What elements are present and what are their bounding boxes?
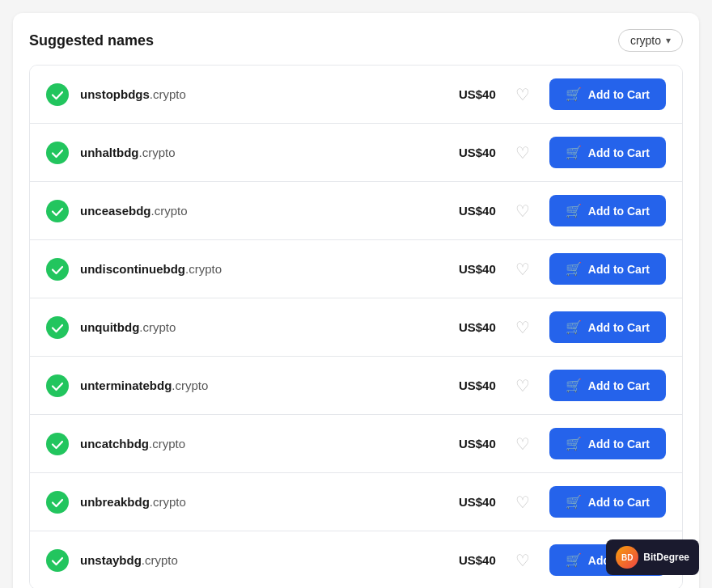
domain-price: US$40 bbox=[447, 320, 496, 334]
check-icon bbox=[46, 258, 69, 281]
svg-point-5 bbox=[46, 374, 69, 397]
domain-row: unquitbdg.crypto US$40♡ 🛒 Add to Cart bbox=[30, 298, 682, 357]
wishlist-icon[interactable]: ♡ bbox=[515, 434, 530, 454]
check-icon bbox=[46, 83, 69, 106]
svg-point-0 bbox=[46, 83, 69, 106]
domain-name: unceasebdg.crypto bbox=[80, 204, 436, 218]
domain-price: US$40 bbox=[447, 204, 496, 218]
domain-base: unceasebdg bbox=[80, 204, 151, 218]
section-title: Suggested names bbox=[29, 32, 154, 49]
wishlist-icon[interactable]: ♡ bbox=[515, 85, 530, 104]
bitdegree-logo: BD bbox=[616, 546, 638, 569]
domain-price: US$40 bbox=[447, 437, 496, 451]
wishlist-icon[interactable]: ♡ bbox=[515, 318, 530, 337]
cart-icon: 🛒 bbox=[566, 145, 582, 160]
domain-price: US$40 bbox=[447, 553, 496, 567]
add-to-cart-label: Add to Cart bbox=[588, 205, 650, 218]
domain-row: unstaybdg.crypto US$40♡ 🛒 Add to Cart bbox=[30, 531, 682, 588]
domain-tld: .crypto bbox=[151, 204, 188, 218]
add-to-cart-label: Add to Cart bbox=[588, 88, 650, 101]
filter-label: crypto bbox=[630, 34, 661, 47]
domain-tld: .crypto bbox=[149, 437, 185, 451]
domain-name: unstaybdg.crypto bbox=[80, 553, 436, 567]
domain-name: undiscontinuebdg.crypto bbox=[80, 262, 436, 276]
wishlist-icon[interactable]: ♡ bbox=[515, 551, 530, 570]
domain-base: unstopbdgs bbox=[80, 87, 150, 101]
bitdegree-label: BitDegree bbox=[643, 552, 689, 563]
svg-point-6 bbox=[46, 433, 69, 455]
wishlist-icon[interactable]: ♡ bbox=[515, 493, 530, 512]
domain-base: unstaybdg bbox=[80, 553, 142, 567]
svg-point-7 bbox=[46, 491, 69, 514]
domain-base: unquitbdg bbox=[80, 320, 139, 334]
domain-price: US$40 bbox=[447, 262, 496, 276]
domain-row: unbreakbdg.crypto US$40♡ 🛒 Add to Cart bbox=[30, 473, 682, 531]
domain-price: US$40 bbox=[447, 379, 496, 392]
domain-tld: .crypto bbox=[138, 146, 175, 159]
add-to-cart-button[interactable]: 🛒 Add to Cart bbox=[549, 195, 666, 226]
bitdegree-badge: BD BitDegree bbox=[606, 539, 699, 575]
add-to-cart-button[interactable]: 🛒 Add to Cart bbox=[549, 78, 666, 110]
domain-row: unhaltbdg.crypto US$40♡ 🛒 Add to Cart bbox=[30, 124, 682, 182]
check-icon bbox=[46, 433, 69, 455]
add-to-cart-label: Add to Cart bbox=[588, 146, 650, 159]
domain-price: US$40 bbox=[447, 87, 496, 101]
cart-icon: 🛒 bbox=[566, 261, 582, 277]
main-container: Suggested names crypto ▾ unstopbdgs.cryp… bbox=[13, 13, 699, 588]
domain-row: unceasebdg.crypto US$40♡ 🛒 Add to Cart bbox=[30, 182, 682, 240]
domain-base: unbreakbdg bbox=[80, 495, 150, 509]
wishlist-icon[interactable]: ♡ bbox=[515, 376, 530, 396]
cart-icon: 🛒 bbox=[566, 494, 582, 510]
filter-dropdown[interactable]: crypto ▾ bbox=[618, 29, 683, 52]
wishlist-icon[interactable]: ♡ bbox=[515, 260, 530, 279]
check-icon bbox=[46, 316, 69, 339]
domain-row: uncatchbdg.crypto US$40♡ 🛒 Add to Cart bbox=[30, 415, 682, 473]
add-to-cart-button[interactable]: 🛒 Add to Cart bbox=[549, 428, 666, 459]
svg-point-1 bbox=[46, 142, 69, 164]
add-to-cart-button[interactable]: 🛒 Add to Cart bbox=[549, 486, 666, 518]
section-header: Suggested names crypto ▾ bbox=[29, 29, 683, 52]
wishlist-icon[interactable]: ♡ bbox=[515, 201, 530, 221]
domain-tld: .crypto bbox=[185, 262, 222, 276]
cart-icon: 🛒 bbox=[566, 203, 582, 218]
add-to-cart-button[interactable]: 🛒 Add to Cart bbox=[549, 253, 666, 285]
domain-tld: .crypto bbox=[142, 553, 178, 567]
check-icon bbox=[46, 549, 69, 572]
check-icon bbox=[46, 374, 69, 397]
svg-point-8 bbox=[46, 549, 69, 572]
check-icon bbox=[46, 200, 69, 222]
add-to-cart-label: Add to Cart bbox=[588, 496, 650, 509]
add-to-cart-label: Add to Cart bbox=[588, 379, 650, 392]
domain-base: unhaltbdg bbox=[80, 146, 138, 159]
domain-tld: .crypto bbox=[172, 379, 208, 392]
add-to-cart-button[interactable]: 🛒 Add to Cart bbox=[549, 370, 666, 401]
domain-name: unterminatebdg.crypto bbox=[80, 379, 436, 392]
domain-name: unstopbdgs.crypto bbox=[80, 87, 436, 101]
add-to-cart-label: Add to Cart bbox=[588, 438, 650, 451]
domain-tld: .crypto bbox=[139, 320, 176, 334]
domain-row: undiscontinuebdg.crypto US$40♡ 🛒 Add to … bbox=[30, 240, 682, 298]
domain-base: uncatchbdg bbox=[80, 437, 149, 451]
wishlist-icon[interactable]: ♡ bbox=[515, 143, 530, 163]
domain-price: US$40 bbox=[447, 146, 496, 159]
svg-point-2 bbox=[46, 200, 69, 222]
domain-row: unterminatebdg.crypto US$40♡ 🛒 Add to Ca… bbox=[30, 357, 682, 415]
domain-name: unhaltbdg.crypto bbox=[80, 146, 436, 159]
svg-point-3 bbox=[46, 258, 69, 281]
domain-name: unquitbdg.crypto bbox=[80, 320, 436, 334]
domain-name: uncatchbdg.crypto bbox=[80, 437, 436, 451]
svg-point-4 bbox=[46, 316, 69, 339]
add-to-cart-button[interactable]: 🛒 Add to Cart bbox=[549, 137, 666, 168]
check-icon bbox=[46, 142, 69, 164]
cart-icon: 🛒 bbox=[566, 87, 582, 102]
domain-row: unstopbdgs.crypto US$40♡ 🛒 Add to Cart bbox=[30, 66, 682, 124]
add-to-cart-label: Add to Cart bbox=[588, 321, 650, 334]
add-to-cart-button[interactable]: 🛒 Add to Cart bbox=[549, 311, 666, 343]
cart-icon: 🛒 bbox=[566, 552, 582, 568]
cart-icon: 🛒 bbox=[566, 319, 582, 335]
domain-tld: .crypto bbox=[150, 87, 186, 101]
domain-list: unstopbdgs.crypto US$40♡ 🛒 Add to Cart u… bbox=[29, 65, 683, 588]
domain-base: undiscontinuebdg bbox=[80, 262, 185, 276]
domain-price: US$40 bbox=[447, 495, 496, 509]
domain-name: unbreakbdg.crypto bbox=[80, 495, 436, 509]
